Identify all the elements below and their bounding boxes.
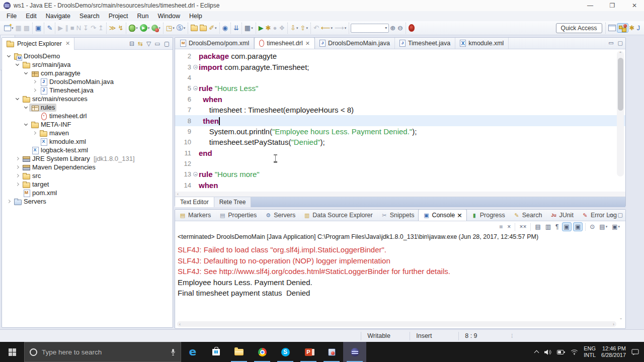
back-button[interactable]: ⟵▾ [320,24,334,32]
view-tab-search[interactable]: ✎Search [509,210,546,221]
tree-item-timesheet-java[interactable]: Timesheet.java [2,86,173,95]
java-perspective-button[interactable]: J [636,24,641,32]
clear-console-button[interactable]: ▤ [533,223,542,231]
tree-item-jre-system-library[interactable]: JRE System Library[jdk1.8.0_131] [2,154,173,163]
chevron-expanded-icon[interactable] [22,107,29,108]
scroll-down-icon[interactable]: ⌄ [619,316,623,320]
taskbar-app-skype[interactable]: S [274,342,297,362]
minimize-console-icon[interactable]: ▭ [608,212,613,218]
open-resource-button[interactable] [190,24,199,32]
open-console-dropdown-icon[interactable]: ▾ [618,225,620,229]
mode-tab-text-editor[interactable]: Text Editor [175,197,214,207]
forward-button[interactable]: ⟶▾ [334,24,347,32]
maximize-view-icon[interactable]: ▢ [164,40,170,47]
chevron-collapsed-icon[interactable] [5,200,12,203]
chevron-collapsed-icon[interactable] [14,166,21,168]
chevron-expanded-icon[interactable] [14,98,21,100]
menu-run[interactable]: Run [133,12,153,21]
upload-button[interactable]: ⇧▾ [299,24,309,32]
chevron-collapsed-icon[interactable] [14,183,21,186]
forward-dropdown-icon[interactable]: ▾ [345,26,347,30]
minimize-view-icon[interactable]: ▭ [154,40,160,47]
drools-validate-button[interactable]: ↯ [117,24,124,32]
tree-item-servers[interactable]: Servers [2,197,173,206]
link-with-editor-icon[interactable]: ⇆ [138,40,143,47]
scroll-left-icon[interactable]: ‹ [177,192,179,197]
tree-item-droolsdemomain-java[interactable]: DroolsDemoMain.java [2,77,173,86]
quick-access-button[interactable]: Quick Access [556,23,602,33]
step-over-button[interactable]: ↷ [90,24,97,32]
skip-breakpoints-button[interactable]: ≫ [108,24,117,32]
save-all-button[interactable]: ▩ [23,24,31,32]
close-tab-icon[interactable]: ✕ [305,40,310,47]
web-browser-button[interactable]: ◉ [221,24,229,32]
editor-tab-kmodule-xml[interactable]: Xkmodule.xml [455,38,509,49]
suspend-button[interactable]: ∥ [64,24,69,32]
chevron-expanded-icon[interactable] [22,72,29,74]
tree-item-src[interactable]: src [2,171,173,180]
open-file-button[interactable] [199,24,208,32]
view-tab-console[interactable]: ▣Console✕ [418,209,466,221]
pin-console-button[interactable]: ⊙ [588,223,596,231]
tree-item-rules[interactable]: rules [2,103,173,112]
battery-icon[interactable] [557,349,565,355]
open-type-button[interactable]: ✎ [46,24,53,32]
microphone-icon[interactable] [171,348,176,356]
mode-tab-rete-tree[interactable]: Rete Tree [214,197,252,207]
pause-server-button[interactable]: ❖ [278,24,286,32]
fold-marker-icon[interactable] [192,86,199,90]
chevron-collapsed-icon[interactable] [31,89,38,92]
menu-search[interactable]: Search [75,12,104,21]
wifi-icon[interactable] [571,349,578,355]
new-servlet-dropdown-icon[interactable]: ▾ [184,26,186,30]
tree-item-maven-dependencies[interactable]: Maven Dependencies [2,163,173,171]
terminate-button[interactable]: ■ [498,223,504,231]
zoom-out-button[interactable]: ⊖ [396,24,404,32]
minimize-editor-icon[interactable]: ▭ [608,40,613,46]
tree-item-kmodule-xml[interactable]: kmodule.xml [2,137,173,146]
menu-help[interactable]: Help [185,12,207,21]
text-zoom-combo[interactable]: ▾ [351,24,389,33]
back-dropdown-icon[interactable]: ▾ [331,26,333,30]
console-vertical-scrollbar[interactable]: ⌄ [618,245,624,320]
chevron-expanded-icon[interactable] [5,55,12,57]
clock[interactable]: 12:46 PM6/28/2017 [601,345,626,358]
editor-tab-droolsdemomain-java[interactable]: JDroolsDemoMain.java [315,38,395,49]
annotate-dropdown-icon[interactable]: ▾ [215,26,217,30]
taskbar-app-powerpoint[interactable]: P [297,342,320,362]
open-perspective-button[interactable] [607,24,617,32]
drools-head-button[interactable] [408,24,416,32]
taskbar-search[interactable]: Type here to search [24,342,181,362]
remove-launch-button[interactable]: × [506,223,512,231]
editor-horizontal-scrollbar[interactable]: ‹ [175,192,625,197]
scroll-left-icon[interactable]: ‹ [179,322,181,327]
new-wizard-button[interactable]: ▾ [3,25,15,32]
taskbar-app-file-explorer[interactable] [227,342,251,362]
tree-item-pom-xml[interactable]: pom.xml [2,189,173,197]
collapse-all-icon[interactable]: ⊟ [129,40,134,47]
resume-button[interactable]: ▶ [57,24,64,32]
console-view-button[interactable]: ▣ [34,24,42,32]
console-output[interactable]: SLF4J: Failed to load class "org.slf4j.i… [175,241,625,299]
editor-tab-timesheet-java[interactable]: JTimesheet.java [395,38,455,49]
zoom-in-button[interactable]: ⊕ [389,24,396,32]
debug-dropdown-icon[interactable]: ▾ [136,26,138,30]
stop-server-button[interactable]: ● [272,24,278,32]
tree-item-logback-test-xml[interactable]: logback-test.xml [2,146,173,154]
new-web-project-dropdown-icon[interactable]: ▾ [173,26,175,30]
save-download-dropdown-icon[interactable]: ▾ [296,26,298,30]
debug-button[interactable]: ▾ [128,24,139,32]
taskbar-app-eclipse[interactable] [343,342,366,362]
tree-item-meta-inf[interactable]: META-INF [2,120,173,129]
last-edit-location-button[interactable]: ↶ [312,24,320,32]
view-tab-progress[interactable]: ▮Progress [467,210,509,221]
tree-item-droolsdemo[interactable]: MDroolsDemo [2,52,173,60]
project-explorer-tab[interactable]: Project Explorer ✕ [2,38,74,50]
minimize-button[interactable]: — [581,0,600,11]
scroll-lock-button[interactable]: ▥ [544,223,552,231]
scroll-right-icon[interactable]: › [613,322,614,327]
maximize-console-icon[interactable]: ▢ [618,212,623,218]
java-ee-perspective-button[interactable] [617,23,628,33]
taskbar-app-screen-recorder[interactable] [320,342,343,362]
word-wrap-button[interactable]: ¶ [554,223,560,231]
